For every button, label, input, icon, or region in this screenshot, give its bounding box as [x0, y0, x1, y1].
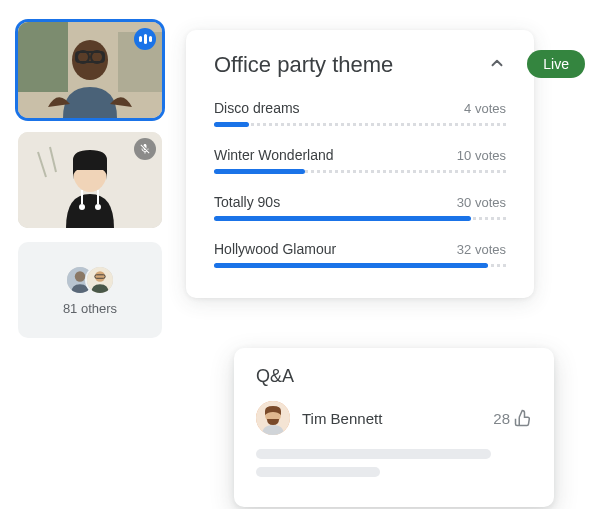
- svg-point-12: [75, 271, 85, 281]
- qa-author-name: Tim Bennett: [302, 410, 481, 427]
- qa-upvote-count: 28: [493, 410, 510, 427]
- others-count-label: 81 others: [63, 301, 117, 316]
- poll-bar: [214, 216, 506, 221]
- poll-option-votes: 10 votes: [457, 148, 506, 163]
- svg-point-14: [95, 271, 105, 281]
- poll-bar: [214, 122, 506, 127]
- participant-column: 81 others: [18, 22, 162, 338]
- poll-option[interactable]: Disco dreams 4 votes: [214, 100, 506, 127]
- avatar-stack: [65, 265, 115, 295]
- participant-tile-muted[interactable]: [18, 132, 162, 228]
- poll-bar: [214, 263, 506, 268]
- svg-point-9: [79, 204, 85, 210]
- poll-option-votes: 32 votes: [457, 242, 506, 257]
- qa-text-placeholder: [256, 467, 380, 477]
- poll-option-label: Winter Wonderland: [214, 147, 334, 163]
- qa-avatar: [256, 401, 290, 435]
- participant-tile-speaking[interactable]: [18, 22, 162, 118]
- poll-title: Office party theme: [214, 52, 393, 78]
- poll-option-label: Hollywood Glamour: [214, 241, 336, 257]
- qa-text-placeholder: [256, 449, 491, 459]
- svg-rect-1: [18, 22, 68, 92]
- qa-entry[interactable]: Tim Bennett 28: [256, 401, 532, 435]
- thumbs-up-icon: [514, 409, 532, 427]
- poll-option-votes: 4 votes: [464, 101, 506, 116]
- chevron-up-icon[interactable]: [488, 54, 506, 76]
- poll-bar: [214, 169, 506, 174]
- poll-option[interactable]: Hollywood Glamour 32 votes: [214, 241, 506, 268]
- poll-card: Office party theme Disco dreams 4 votes …: [186, 30, 534, 298]
- poll-option[interactable]: Winter Wonderland 10 votes: [214, 147, 506, 174]
- poll-option[interactable]: Totally 90s 30 votes: [214, 194, 506, 221]
- poll-option-votes: 30 votes: [457, 195, 506, 210]
- qa-card: Q&A Tim Bennett 28: [234, 348, 554, 507]
- poll-option-label: Totally 90s: [214, 194, 280, 210]
- qa-upvote-button[interactable]: 28: [493, 409, 532, 427]
- poll-option-label: Disco dreams: [214, 100, 300, 116]
- live-badge: Live: [527, 50, 585, 78]
- others-tile[interactable]: 81 others: [18, 242, 162, 338]
- qa-title: Q&A: [256, 366, 532, 387]
- muted-icon: [134, 138, 156, 160]
- speaking-indicator-icon: [134, 28, 156, 50]
- svg-point-10: [95, 204, 101, 210]
